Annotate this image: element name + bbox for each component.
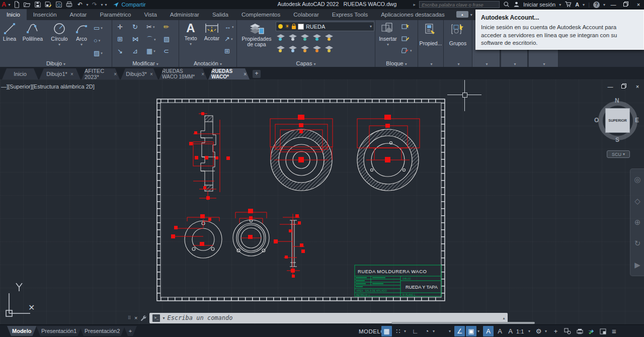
panel-propiedades-chevron[interactable]: ▾ bbox=[418, 60, 443, 66]
close-button[interactable]: × bbox=[634, 2, 643, 8]
file-tab-afitec[interactable]: AFITEC 2023*× bbox=[82, 68, 120, 79]
text-button[interactable]: A Texto ▾ bbox=[182, 22, 199, 46]
panel-modificar-label[interactable]: Modificar▾ bbox=[112, 60, 179, 66]
layout-tab-modelo[interactable]: Modelo bbox=[7, 326, 37, 336]
new-drawing-tab-button[interactable]: + bbox=[253, 70, 261, 78]
ucs-menu-button[interactable]: SCU▾ bbox=[607, 150, 630, 158]
file-tab-ruedas-18mm[interactable]: RUEDAS WACO 18MM*× bbox=[159, 68, 207, 79]
plot-status-button[interactable] bbox=[575, 326, 585, 336]
polar-tracking-toggle[interactable]: ◔ bbox=[422, 326, 432, 336]
viewcube-north[interactable]: N bbox=[615, 97, 619, 104]
create-block-tool[interactable] bbox=[401, 23, 409, 30]
ribbon-tab-salida[interactable]: Salida bbox=[206, 9, 235, 20]
open-file-icon[interactable] bbox=[23, 1, 31, 9]
showmotion-icon[interactable]: ▶ bbox=[634, 261, 640, 270]
trim-tool[interactable]: ✂▾ bbox=[146, 23, 154, 31]
workspace-chevron-icon[interactable]: ▾ bbox=[543, 326, 548, 336]
layer-properties-button[interactable]: Propiedades de capa bbox=[240, 22, 273, 47]
file-tab-inicio[interactable]: Inicio bbox=[2, 68, 38, 79]
panel-propiedades[interactable]: Propied... ▾ bbox=[418, 20, 444, 67]
command-prompt-text[interactable]: Escriba un comando bbox=[167, 314, 500, 321]
viewcube-west[interactable]: O bbox=[594, 117, 599, 124]
osnap-toggle[interactable]: ▣ bbox=[466, 326, 476, 336]
erase-tool[interactable]: ✏ bbox=[164, 23, 169, 31]
canvas-hscrollbar[interactable] bbox=[391, 322, 535, 324]
insert-block-button[interactable]: Insertar ▾ bbox=[377, 22, 398, 47]
signin-chevron-icon[interactable]: ▾ bbox=[559, 3, 561, 7]
save-icon[interactable] bbox=[33, 1, 42, 9]
command-prompt-icon[interactable]: >_ bbox=[152, 314, 160, 322]
ribbon-tab-aplicaciones[interactable]: Aplicaciones destacadas bbox=[374, 9, 451, 20]
store-cart-icon[interactable] bbox=[565, 1, 572, 9]
isolate-objects-button[interactable] bbox=[562, 326, 573, 336]
zoom-extents-icon[interactable]: ⊕ bbox=[634, 218, 641, 227]
ribbon-tab-complementos[interactable]: Complementos bbox=[235, 9, 287, 20]
drawing-minimize-button[interactable]: — bbox=[606, 83, 615, 90]
ribbon-tab-insercion[interactable]: Inserción bbox=[27, 9, 63, 20]
command-expand-icon[interactable]: ▴ bbox=[503, 316, 505, 320]
command-close-icon[interactable]: × bbox=[134, 315, 137, 321]
grid-toggle[interactable]: ▦ bbox=[381, 326, 392, 336]
layer-dropdown[interactable]: ☀ RUEDA ▾ bbox=[276, 22, 374, 31]
panel-bloque-label[interactable]: Bloque▾ bbox=[375, 60, 418, 66]
close-tab-icon[interactable]: × bbox=[201, 71, 204, 77]
save-as-icon[interactable] bbox=[44, 1, 52, 9]
panel-grupos-chevron[interactable]: ▾ bbox=[444, 60, 472, 66]
panel-grupos[interactable]: Grupos ▾ bbox=[444, 20, 472, 67]
viewcube-south[interactable]: S bbox=[615, 136, 619, 143]
polar-chevron-icon[interactable]: ▾ bbox=[431, 326, 436, 336]
move-tool[interactable]: ✛ bbox=[117, 23, 123, 31]
panel-capas-label[interactable]: Capas▾ bbox=[237, 60, 375, 66]
annotation-visibility-toggle[interactable]: A bbox=[483, 326, 494, 336]
panel-anotacion-label[interactable]: Anotación▾ bbox=[179, 60, 236, 66]
app-menu-chevron-icon[interactable]: ▾ bbox=[8, 3, 10, 7]
layer-tools-row2[interactable] bbox=[276, 45, 337, 53]
hatch-tool[interactable]: ▨▾ bbox=[94, 49, 103, 57]
annotation-autoscale-toggle[interactable]: A bbox=[495, 326, 505, 336]
osnap-tracking-toggle[interactable]: ∠ bbox=[454, 326, 465, 336]
leader-tool[interactable]: ↗▾ bbox=[224, 35, 232, 43]
scale-chevron-icon[interactable]: ▾ bbox=[527, 326, 532, 336]
annotation-scale-value[interactable]: 1:1 bbox=[516, 326, 524, 336]
pan-icon[interactable]: ◇ bbox=[634, 197, 640, 206]
polyline-button[interactable]: Polilínea bbox=[19, 22, 46, 42]
search-expand-icon[interactable]: ▸ bbox=[413, 2, 416, 7]
file-tab-dibujo3[interactable]: Dibujo3*× bbox=[121, 68, 158, 79]
autocad-logo-icon[interactable]: A bbox=[2, 1, 6, 8]
table-tool[interactable]: ⊞ bbox=[224, 47, 230, 55]
keyword-search-input[interactable] bbox=[419, 1, 500, 8]
offset-tool[interactable]: ⊂ bbox=[164, 47, 169, 55]
plot-icon[interactable] bbox=[65, 1, 73, 9]
ribbon-tab-anotar[interactable]: Anotar bbox=[63, 9, 94, 20]
snap-chevron-icon[interactable]: ▾ bbox=[403, 326, 408, 336]
ribbon-display-toggle[interactable]: ▴ bbox=[456, 11, 468, 18]
arc-button[interactable]: Arco ▾ bbox=[72, 22, 91, 47]
ribbon-tab-vista[interactable]: Vista bbox=[137, 9, 163, 20]
app-store-chevron-icon[interactable]: ▾ bbox=[583, 3, 585, 7]
ribbon-display-chevron-icon[interactable]: ▾ bbox=[470, 13, 472, 20]
ribbon-tab-administrar[interactable]: Administrar bbox=[164, 9, 206, 20]
layout-tab-presentacion1[interactable]: Presentación1 bbox=[36, 326, 82, 336]
transfer-status-button[interactable] bbox=[586, 326, 596, 336]
help-chevron-icon[interactable]: ▾ bbox=[603, 3, 605, 7]
ribbon-tab-inicio[interactable]: Inicio bbox=[0, 9, 27, 20]
command-history-chevron-icon[interactable]: ▾ bbox=[163, 316, 165, 320]
close-tab-icon[interactable]: × bbox=[244, 71, 247, 77]
rectangle-tool[interactable]: ▭▾ bbox=[94, 24, 103, 32]
file-tab-ruedas-waco[interactable]: RUEDAS WACO*× bbox=[208, 68, 250, 79]
array-tool[interactable]: ▦▾ bbox=[146, 47, 155, 55]
dimension-button[interactable]: Acotar bbox=[201, 22, 222, 41]
new-file-icon[interactable] bbox=[12, 1, 21, 9]
undo-button[interactable]: ↶ bbox=[75, 1, 84, 9]
edit-block-tool[interactable] bbox=[401, 35, 409, 42]
line-button[interactable]: Línea bbox=[1, 22, 18, 42]
qat-customize-chevron-icon[interactable]: ▾ bbox=[105, 3, 107, 7]
close-tab-icon[interactable]: × bbox=[150, 71, 153, 77]
fillet-tool[interactable]: ⌒▾ bbox=[146, 35, 156, 44]
isodraft-chevron-icon[interactable]: ▾ bbox=[447, 326, 452, 336]
mirror-tool[interactable]: ⋈ bbox=[132, 35, 139, 43]
autodesk-app-icon[interactable]: A bbox=[575, 2, 579, 8]
save-web-icon[interactable] bbox=[54, 1, 63, 9]
copy-tool[interactable]: ⊞ bbox=[117, 35, 123, 43]
annotation-scale-icon[interactable]: A bbox=[505, 326, 516, 336]
